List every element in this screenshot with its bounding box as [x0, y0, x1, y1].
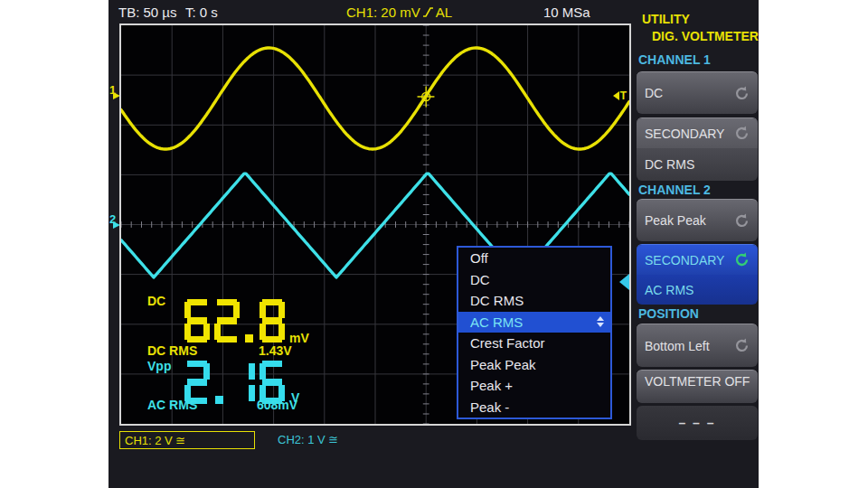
softkey-ch2-secondary-value: AC RMS — [645, 283, 693, 297]
ch1-position-marker: 1 — [109, 84, 116, 96]
timebase-readout: TB: 50 µs — [118, 5, 177, 20]
softkey-ch1-secondary-label: SECONDARY — [645, 127, 724, 141]
dvm-ch2-secondary-label: AC RMS — [147, 398, 197, 412]
dvm-ch1-secondary-label: DC RMS — [147, 343, 197, 358]
trigger-status-readout: CH1: 20 mV AL — [346, 5, 452, 20]
popup-pointer-icon — [619, 274, 629, 290]
softkey-ch1-primary[interactable]: DC — [637, 71, 758, 114]
menu-subtitle: DIG. VOLTMETER — [652, 29, 759, 43]
graticule: T DC mV DC RMS 1.43V Vpp V AC RMS 608mV … — [119, 23, 631, 426]
trigger-level-arrow-icon — [613, 91, 619, 100]
trigger-source-label: CH1: 20 mV — [346, 5, 420, 20]
menu-title: UTILITY — [642, 12, 690, 26]
channel1-heading: CHANNEL 1 — [638, 52, 711, 67]
ch1-scale-indicator: CH1: 2 V ≅ — [119, 431, 255, 449]
rotary-knob-icon — [734, 126, 750, 141]
position-heading: POSITION — [638, 306, 699, 321]
ch2-scale-indicator: CH2: 1 V ≅ — [278, 433, 338, 446]
rotary-knob-icon — [734, 86, 750, 101]
up-down-spinner-icon — [597, 316, 604, 327]
rising-edge-icon — [422, 5, 434, 19]
dvm-ch1-unit: mV — [289, 331, 309, 345]
softkey-ch2-primary-label: Peak Peak — [645, 213, 706, 228]
rotary-knob-icon — [734, 338, 750, 353]
ch2-position-marker: 2 — [109, 213, 116, 225]
dvm-ch1-secondary-value: 1.43V — [259, 343, 292, 358]
softkey-ch2-secondary[interactable]: SECONDARY AC RMS — [637, 244, 758, 305]
softkey-voltmeter-off-label: VOLTMETER OFF — [645, 374, 750, 389]
popup-item-peak-peak[interactable]: Peak Peak — [458, 354, 610, 376]
popup-item-off[interactable]: Off — [458, 248, 610, 269]
popup-item-peak-plus[interactable]: Peak + — [458, 375, 610, 397]
softkey-position[interactable]: Bottom Left — [637, 324, 758, 367]
softkey-ch1-secondary-value: DC RMS — [645, 157, 694, 172]
softkey-ch1-secondary[interactable]: SECONDARY DC RMS — [637, 117, 758, 181]
sample-rate-readout: 10 MSa — [543, 5, 590, 20]
softkey-ch2-primary[interactable]: Peak Peak — [637, 199, 758, 241]
trigger-level-marker: T — [613, 89, 627, 102]
channel2-heading: CHANNEL 2 — [638, 183, 711, 197]
scope-screen: TB: 50 µs T: 0 s CH1: 20 mV AL 10 MSa 1 … — [108, 0, 759, 488]
rotary-knob-active-icon — [734, 252, 750, 267]
trigger-level-letter: T — [620, 89, 627, 102]
popup-item-ac-rms-label: AC RMS — [470, 314, 523, 330]
softkey-position-label: Bottom Left — [645, 339, 710, 353]
secondary-function-popup: Off DC DC RMS AC RMS Crest Factor Peak P… — [457, 246, 612, 419]
softkey-ch2-secondary-label: SECONDARY — [645, 253, 724, 267]
dvm-ch1-value-display — [184, 299, 285, 343]
softkey-ch1-primary-label: DC — [645, 86, 663, 100]
popup-item-dc[interactable]: DC — [458, 269, 610, 291]
oscilloscope-screenshot: TB: 50 µs T: 0 s CH1: 20 mV AL 10 MSa 1 … — [0, 0, 868, 488]
trigger-suffix-label: AL — [436, 5, 452, 20]
popup-item-peak-minus[interactable]: Peak - — [458, 397, 610, 418]
dvm-ch2-secondary-value: 608mV — [257, 398, 297, 412]
rotary-knob-icon — [734, 213, 750, 229]
dvm-ch1-function-label: DC — [147, 294, 165, 308]
dvm-ch2-function-label: Vpp — [147, 359, 171, 373]
softkey-blank-label: – – – — [678, 416, 715, 430]
trigger-time-readout: T: 0 s — [185, 5, 218, 20]
softkey-blank[interactable]: – – – — [637, 406, 758, 440]
popup-item-ac-rms[interactable]: AC RMS — [458, 312, 610, 333]
popup-item-dc-rms[interactable]: DC RMS — [458, 290, 610, 312]
popup-item-crest-factor[interactable]: Crest Factor — [458, 333, 610, 354]
softkey-voltmeter-off[interactable]: VOLTMETER OFF — [637, 370, 758, 403]
